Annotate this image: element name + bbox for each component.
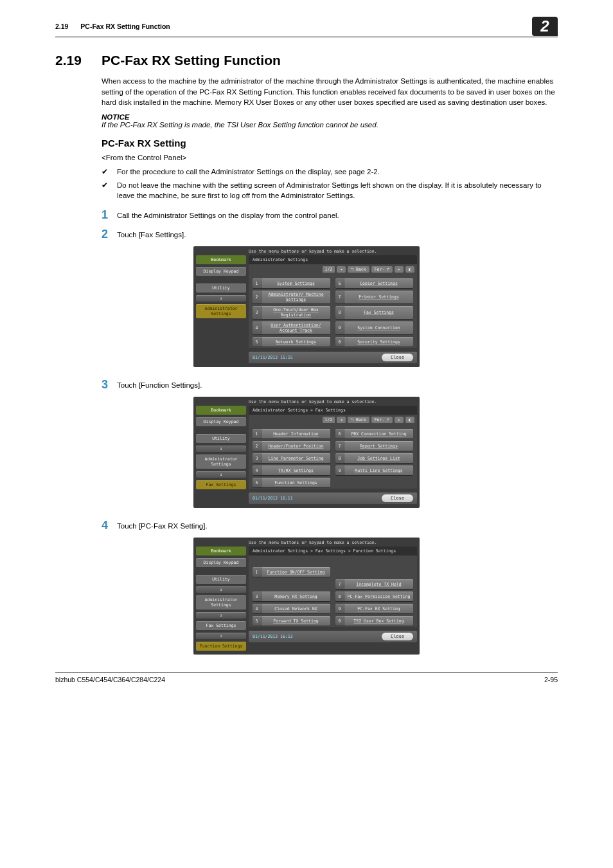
menu-line-parameter[interactable]: 3Line Parameter Setting (253, 453, 330, 463)
step-text: Touch [PC-Fax RX Setting]. (117, 520, 208, 530)
breadcrumb: Administrator Settings > Fax Settings (249, 406, 417, 415)
notice-label: NOTICE (102, 113, 558, 121)
breadcrumb: Administrator Settings > Fax Settings > … (249, 547, 417, 556)
menu-function-onoff[interactable]: 1Function ON/OFF Setting (253, 567, 330, 577)
display-keypad-button[interactable]: Display Keypad (196, 417, 246, 426)
menu-multiline-settings[interactable]: 9Multi Line Settings (335, 466, 413, 475)
running-header: 2.19 PC-Fax RX Setting Function 2 (55, 17, 558, 37)
mfp-screenshot-admin-settings: Use the menu buttons or keypad to make a… (193, 246, 420, 367)
timestamp: 01/11/2012 15:15 (253, 355, 293, 360)
subheading: PC-Fax RX Setting (102, 138, 558, 149)
menu-fax-settings[interactable]: 8Fax Settings (335, 306, 413, 319)
menu-pcfax-permission[interactable]: 8PC-Fax Permission Setting (335, 592, 413, 601)
fax-settings-crumb-button[interactable]: Fax Settings (196, 621, 246, 630)
bookmark-flag-icon[interactable]: ◧ (405, 266, 414, 273)
bookmark-flag-icon[interactable]: ◧ (405, 417, 414, 423)
step-text: Touch [Fax Settings]. (117, 228, 186, 239)
menu-system-connection[interactable]: 9System Connection (335, 321, 413, 334)
mfp-screenshot-fax-settings: Use the menu buttons or keypad to make a… (193, 397, 420, 508)
arrow-down-icon: ↓ (196, 633, 246, 639)
header-section-number: 2.19 (55, 23, 68, 30)
menu-report-settings[interactable]: 7Report Settings (335, 441, 413, 451)
paging-bar: 1/2 ◂ ↰ Back For- ↱ ▸ ◧ (249, 264, 417, 275)
arrow-down-icon: ↓ (196, 586, 246, 593)
arrow-down-icon: ↓ (196, 471, 246, 478)
menu-header-footer-pos[interactable]: 2Header/Footer Position (253, 441, 330, 451)
step-number: 3 (102, 379, 117, 390)
function-settings-crumb-button[interactable]: Function Settings (196, 642, 246, 651)
close-button[interactable]: Close (382, 354, 413, 361)
paging-next-icon[interactable]: ▸ (395, 417, 404, 423)
paging-prev-icon[interactable]: ◂ (337, 266, 346, 273)
back-button[interactable]: ↰ Back (348, 417, 369, 423)
forward-button[interactable]: For- ↱ (371, 266, 393, 273)
menu-tsi-userbox-setting[interactable]: 0TSI User Box Setting (335, 616, 413, 626)
chapter-badge: 2 (532, 17, 558, 36)
footer-model: bizhub C554/C454/C364/C284/C224 (55, 676, 165, 683)
menu-system-settings[interactable]: 1System Settings (253, 278, 330, 288)
admin-settings-crumb-button[interactable]: Administrator Settings (196, 304, 246, 318)
hint-text: Use the menu buttons or keypad to make a… (249, 540, 417, 545)
menu-onetouch-userbox[interactable]: 3One-Touch/User Box Registration (253, 306, 330, 319)
menu-closed-network-rx[interactable]: 4Closed Network RX (253, 604, 330, 613)
admin-settings-crumb-button[interactable]: Administrator Settings (196, 455, 246, 469)
menu-job-settings-list[interactable]: 8Job Settings List (335, 453, 413, 463)
paging-bar (249, 556, 417, 563)
menu-memory-rx-setting[interactable]: 3Memory RX Setting (253, 592, 330, 601)
breadcrumb: Administrator Settings (249, 255, 417, 264)
close-button[interactable]: Close (382, 494, 413, 502)
checkmark-icon: ✔ (102, 167, 117, 177)
menu-grid: 1Header Information 6PBX Connection Sett… (249, 425, 417, 489)
mfp-screenshot-function-settings: Use the menu buttons or keypad to make a… (193, 538, 420, 655)
utility-button[interactable]: Utility (196, 284, 246, 293)
menu-copier-settings[interactable]: 6Copier Settings (335, 278, 413, 288)
arrow-down-icon: ↓ (196, 446, 246, 452)
bookmark-tab[interactable]: Bookmark (196, 255, 246, 264)
step: 3 Touch [Function Settings]. (102, 379, 558, 390)
menu-admin-machine-settings[interactable]: 2Administrator/ Machine Settings (253, 291, 330, 303)
forward-button[interactable]: For- ↱ (371, 417, 393, 423)
paging-next-icon[interactable]: ▸ (395, 266, 404, 273)
menu-pbx-connection[interactable]: 6PBX Connection Setting (335, 429, 413, 439)
utility-button[interactable]: Utility (196, 434, 246, 443)
menu-network-settings[interactable]: 5Network Settings (253, 337, 330, 347)
header-section-name: PC-Fax RX Setting Function (80, 23, 170, 30)
intro-paragraph: When access to the machine by the admini… (102, 76, 558, 108)
menu-security-settings[interactable]: 0Security Settings (335, 337, 413, 347)
menu-grid: 1System Settings 6Copier Settings 2Admin… (249, 275, 417, 348)
menu-pcfax-rx-setting[interactable]: 9PC-Fax RX Setting (335, 604, 413, 613)
back-button[interactable]: ↰ Back (348, 266, 369, 273)
check-item: ✔ For the procedure to call the Administ… (102, 167, 558, 177)
hint-text: Use the menu buttons or keypad to make a… (249, 399, 417, 404)
fax-settings-crumb-button[interactable]: Fax Settings (196, 480, 246, 489)
menu-incomplete-tx-hold[interactable]: 7Incomplete TX Hold (335, 579, 413, 589)
bookmark-tab[interactable]: Bookmark (196, 406, 246, 415)
menu-txrx-settings[interactable]: 4TX/RX Settings (253, 466, 330, 475)
display-keypad-button[interactable]: Display Keypad (196, 558, 246, 567)
step-number: 1 (102, 209, 117, 221)
utility-button[interactable]: Utility (196, 575, 246, 584)
check-text: For the procedure to call the Administra… (117, 167, 380, 177)
page-indicator: 1/2 (323, 417, 335, 423)
menu-header-info[interactable]: 1Header Information (253, 429, 330, 439)
bookmark-tab[interactable]: Bookmark (196, 547, 246, 556)
menu-forward-tx-setting[interactable]: 5Forward TX Setting (253, 616, 330, 626)
arrow-down-icon: ↓ (196, 612, 246, 619)
hint-text: Use the menu buttons or keypad to make a… (249, 249, 417, 254)
footer-page-number: 2-95 (544, 676, 558, 683)
admin-settings-crumb-button[interactable]: Administrator Settings (196, 595, 246, 610)
timestamp: 01/11/2012 16:11 (253, 496, 293, 501)
page-footer: bizhub C554/C454/C364/C284/C224 2-95 (55, 673, 558, 683)
paging-prev-icon[interactable]: ◂ (337, 417, 346, 423)
page-indicator: 1/2 (323, 266, 335, 273)
check-item: ✔ Do not leave the machine with the sett… (102, 180, 558, 201)
display-keypad-button[interactable]: Display Keypad (196, 267, 246, 276)
close-button[interactable]: Close (382, 633, 413, 640)
check-text: Do not leave the machine with the settin… (117, 180, 558, 201)
section-title-number: 2.19 (55, 53, 102, 68)
step-number: 4 (102, 520, 117, 531)
menu-user-auth[interactable]: 4User Authentication/ Account Track (253, 321, 330, 334)
menu-printer-settings[interactable]: 7Printer Settings (335, 291, 413, 303)
section-title-text: PC-Fax RX Setting Function (102, 53, 281, 68)
menu-function-settings[interactable]: 5Function Settings (253, 478, 330, 487)
